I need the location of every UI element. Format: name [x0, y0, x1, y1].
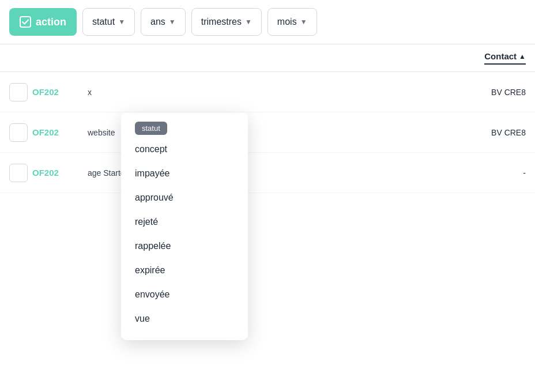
- row-id-1[interactable]: OF202: [32, 87, 78, 97]
- dropdown-item-approuve[interactable]: approuvé: [121, 186, 248, 210]
- table-row: OF202 age Starter package -: [0, 153, 535, 193]
- mois-label: mois: [277, 17, 297, 27]
- row-contact-3: -: [457, 168, 526, 178]
- row-id-3[interactable]: OF202: [32, 168, 78, 178]
- dropdown-item-impayee[interactable]: impayée: [121, 161, 248, 186]
- action-button[interactable]: action: [9, 8, 77, 36]
- row-checkbox-2[interactable]: [9, 123, 28, 142]
- action-label: action: [36, 16, 66, 28]
- row-checkbox-1[interactable]: [9, 83, 28, 101]
- ans-filter-button[interactable]: ans ▼: [141, 8, 186, 36]
- row-checkbox-3[interactable]: [9, 164, 28, 182]
- statut-dropdown: statut concept impayée approuvé rejeté r…: [121, 112, 248, 340]
- dropdown-item-vue[interactable]: vue: [121, 307, 248, 331]
- dropdown-item-rappelee[interactable]: rappelée: [121, 234, 248, 258]
- mois-chevron-icon: ▼: [300, 18, 307, 26]
- statut-filter-button[interactable]: statut ▼: [82, 8, 135, 36]
- dropdown-item-expiree[interactable]: expirée: [121, 258, 248, 282]
- row-contact-2: BV CRE8: [457, 128, 526, 137]
- trimestres-chevron-icon: ▼: [245, 18, 252, 26]
- row-desc-1: x: [88, 88, 457, 97]
- sort-icon: ▲: [519, 52, 526, 61]
- row-id-2[interactable]: OF202: [32, 127, 78, 137]
- ans-label: ans: [150, 17, 165, 27]
- dropdown-item-concept[interactable]: concept: [121, 137, 248, 161]
- statut-chevron-icon: ▼: [118, 18, 125, 26]
- table-header: Contact ▲: [0, 44, 535, 72]
- trimestres-label: trimestres: [201, 17, 242, 27]
- check-icon: [20, 16, 31, 28]
- dropdown-item-rejete[interactable]: rejeté: [121, 210, 248, 234]
- ans-chevron-icon: ▼: [169, 18, 176, 26]
- row-contact-1: BV CRE8: [457, 88, 526, 97]
- table-body: OF202 x BV CRE8 OF202 website BV CRE8 OF…: [0, 72, 535, 193]
- toolbar: action statut ▼ ans ▼ trimestres ▼ mois …: [0, 0, 535, 44]
- contact-column-header[interactable]: Contact ▲: [484, 51, 526, 65]
- table-row: OF202 website BV CRE8: [0, 112, 535, 153]
- mois-filter-button[interactable]: mois ▼: [268, 8, 317, 36]
- trimestres-filter-button[interactable]: trimestres ▼: [191, 8, 262, 36]
- statut-label: statut: [92, 17, 115, 27]
- dropdown-item-envoyee[interactable]: envoyée: [121, 282, 248, 307]
- table-row: OF202 x BV CRE8: [0, 72, 535, 112]
- dropdown-tooltip: statut: [135, 122, 167, 135]
